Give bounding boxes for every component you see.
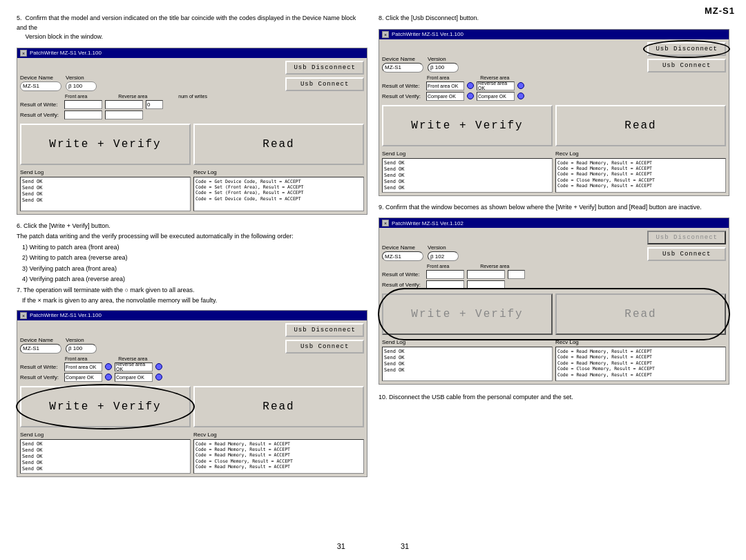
win2-result-verify-row: Result of Verify: Compare OK Compare OK	[20, 373, 364, 382]
win2-result-write-row: Result of Write: Front area OK Reverse a…	[20, 363, 364, 371]
win3-write-verify-btn[interactable]: Write + Verify	[382, 105, 553, 146]
win2-radio-write-front	[105, 363, 112, 370]
win3-close-icon[interactable]: ×	[382, 31, 389, 38]
win3-version[interactable]: β 100	[428, 63, 459, 73]
device-name-input[interactable]: MZ-S1	[20, 81, 61, 91]
page-number-right: 31	[401, 542, 409, 550]
read-btn[interactable]: Read	[193, 124, 364, 165]
win2-usb-disconnect-btn[interactable]: Usb Disconnect	[285, 323, 364, 337]
page-number-left: 31	[337, 542, 345, 550]
win2-radio-verify-reverse	[155, 374, 162, 380]
win4-usb-disconnect-btn[interactable]: Usb Disconnect	[647, 231, 726, 244]
win2-radio-verify-front	[105, 374, 112, 380]
win2-recv-log-label: Recv Log	[193, 432, 364, 438]
win4-device-name[interactable]: MZ-S1	[382, 251, 423, 261]
win3-logs-row: Send Log Send OK Send OK Send OK Send OK…	[382, 151, 726, 193]
win3-read-btn[interactable]: Read	[555, 105, 726, 146]
win3-rw-front: Front area OK	[426, 81, 464, 90]
win3-radio-w-front	[467, 82, 474, 89]
win4-version[interactable]: β 102	[428, 251, 459, 261]
win1-body: Device Name MZ-S1 Version β 100 Usb Disc…	[17, 58, 367, 214]
win2-send-log: Send Log Send OK Send OK Send OK Send OK…	[20, 432, 191, 474]
win2-result-verify-front: Compare OK	[64, 373, 102, 382]
win4-recv-log-box: Code = Read Memory, Result = ACCEPT Code…	[555, 347, 726, 381]
win3-usb-connect-btn[interactable]: Usb Connect	[647, 59, 726, 73]
win4-rw-num	[508, 270, 525, 279]
write-verify-btn[interactable]: Write + Verify	[20, 124, 191, 165]
win3-titlebar: × PatchWriter MZ-S1 Ver.1.100	[379, 30, 729, 39]
win3-device-name[interactable]: MZ-S1	[382, 63, 423, 73]
win4-rw-reverse	[467, 270, 505, 279]
win4-send-log: Send Log Send OK Send OK Send OK Send OK	[382, 339, 553, 381]
win2-close-icon[interactable]: ×	[20, 312, 27, 319]
win4-main-buttons: Write + Verify Read	[382, 293, 726, 335]
page-title: MZ-S1	[705, 6, 735, 16]
step8-instruction: 8. Click the [Usb Disconnect] button.	[379, 14, 729, 23]
win3-top-info: Device Name MZ-S1 Version β 100 Usb Disc…	[382, 42, 726, 73]
win2-send-log-label: Send Log	[20, 432, 191, 438]
version-label: Version	[66, 75, 97, 81]
win4-logs-row: Send Log Send OK Send OK Send OK Send OK…	[382, 339, 726, 381]
usb-disconnect-btn[interactable]: Usb Disconnect	[285, 61, 364, 75]
win3-main-buttons: Write + Verify Read	[382, 105, 726, 146]
window-4: × PatchWriter MZ-S1 Ver.1.102 Device Nam…	[379, 218, 729, 385]
result-write-front	[64, 100, 102, 109]
win4-close-icon[interactable]: ×	[382, 220, 389, 226]
window-3: × PatchWriter MZ-S1 Ver.1.100 Device Nam…	[379, 29, 729, 196]
usb-buttons: Usb Disconnect Usb Connect	[285, 61, 364, 91]
win4-send-log-box: Send OK Send OK Send OK Send OK	[382, 347, 553, 381]
win4-rv-reverse	[467, 280, 505, 289]
win4-usb-connect-btn[interactable]: Usb Connect	[647, 247, 726, 261]
col-left: 5. Confirm that the model and version in…	[11, 14, 373, 553]
reverse-area-label: Reverse area	[118, 94, 147, 99]
win2-device-name[interactable]: MZ-S1	[20, 344, 61, 354]
win2-result-write-reverse: Reverse area OK	[115, 363, 153, 371]
col-right: 8. Click the [Usb Disconnect] button. × …	[373, 14, 735, 553]
win2-send-log-box: Send OK Send OK Send OK Send OK Send OK	[20, 439, 191, 474]
win3-usb-buttons: Usb Disconnect Usb Connect	[647, 42, 726, 73]
close-icon[interactable]: ×	[20, 50, 27, 57]
win3-recv-log: Recv Log Code = Read Memory, Result = AC…	[555, 151, 726, 193]
win3-send-log: Send Log Send OK Send OK Send OK Send OK…	[382, 151, 553, 193]
num-writes-label: num of writes	[178, 94, 207, 99]
win4-rv-front	[426, 280, 464, 289]
win2-recv-log: Recv Log Code = Read Memory, Result = AC…	[193, 432, 364, 474]
win2-usb-connect-btn[interactable]: Usb Connect	[285, 340, 364, 354]
send-log-box: Send OK Send OK Send OK Send OK	[20, 177, 191, 211]
win2-usb-buttons: Usb Disconnect Usb Connect	[285, 323, 364, 354]
device-name-label: Device Name	[20, 75, 61, 81]
step5-instruction: 5. Confirm that the model and version in…	[17, 14, 367, 42]
logs-row: Send Log Send OK Send OK Send OK Send OK…	[20, 169, 364, 211]
result-verify-front	[64, 110, 102, 119]
win4-result-write-row: Result of Write:	[382, 270, 726, 279]
win3-usb-disconnect-btn[interactable]: Usb Disconnect	[647, 42, 726, 56]
result-verify-row: Result of Verify:	[20, 110, 364, 119]
recv-log-section: Recv Log Code = Get Device Code, Result …	[193, 169, 364, 211]
win3-radio-w-reverse	[517, 82, 524, 89]
win3-send-log-box: Send OK Send OK Send OK Send OK Send OK	[382, 158, 553, 193]
main-buttons-row: Write + Verify Read	[20, 124, 364, 165]
win2-write-verify-btn[interactable]: Write + Verify	[20, 386, 191, 427]
result-verify-reverse	[105, 110, 143, 119]
win4-write-verify-btn[interactable]: Write + Verify	[382, 293, 553, 335]
result-verify-label: Result of Verify:	[20, 112, 61, 118]
win2-result-verify-reverse: Compare OK	[115, 373, 153, 382]
win4-read-btn[interactable]: Read	[555, 293, 726, 335]
window-1: × PatchWriter MZ-S1 Ver.1.100 Device Nam…	[17, 48, 367, 215]
win2-read-btn[interactable]: Read	[193, 386, 364, 427]
win2-main-buttons: Write + Verify Read	[20, 386, 364, 427]
win2-titlebar: × PatchWriter MZ-S1 Ver.1.100	[17, 311, 367, 320]
usb-connect-btn[interactable]: Usb Connect	[285, 77, 364, 91]
win3-recv-log-box: Code = Read Memory, Result = ACCEPT Code…	[555, 158, 726, 193]
recv-log-box: Code = Get Device Code, Result = ACCEPT …	[193, 177, 364, 211]
send-log-section: Send Log Send OK Send OK Send OK Send OK	[20, 169, 191, 211]
recv-log-label: Recv Log	[193, 169, 364, 175]
win4-body: Device Name MZ-S1 Version β 102 Usb Disc…	[379, 228, 729, 384]
send-log-label: Send Log	[20, 169, 191, 175]
win3-result-write-row: Result of Write: Front area OK Reverse a…	[382, 81, 726, 90]
win4-result-verify-row: Result of Verify:	[382, 280, 726, 289]
win2-version[interactable]: β 100	[66, 344, 97, 354]
version-input[interactable]: β 100	[66, 81, 97, 91]
win4-usb-buttons: Usb Disconnect Usb Connect	[647, 231, 726, 261]
step6-instruction: 6. Click the [Write + Verify] button. Th…	[17, 222, 367, 306]
